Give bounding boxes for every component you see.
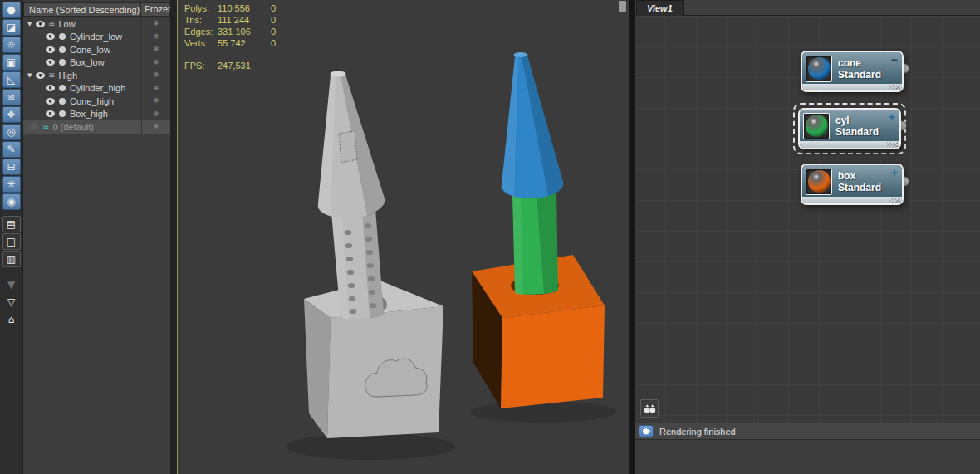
resize-grip-icon[interactable]: [887, 142, 898, 147]
filter-selection-icon[interactable]: ▽: [2, 294, 21, 310]
display-shapes-icon[interactable]: ◪: [2, 19, 21, 36]
visibility-eye-icon[interactable]: [36, 21, 45, 27]
viewport-3d[interactable]: Polys: 110 556 0 Tris: 111 244 0 Edges: …: [177, 0, 629, 474]
node-expand-icon[interactable]: +: [889, 111, 895, 123]
node-name: box: [838, 170, 899, 182]
pick-basket-icon[interactable]: ⌂: [2, 311, 21, 328]
name-column-header[interactable]: Name (Sorted Descending) ▼: [24, 5, 140, 15]
material-preview-sphere[interactable]: [806, 169, 832, 195]
expand-arrow-icon[interactable]: ▼: [27, 21, 36, 27]
visibility-eye-icon[interactable]: [46, 33, 55, 40]
material-node-view[interactable]: cone Standard −: [635, 16, 980, 423]
frozen-toggle-icon[interactable]: ❄: [141, 95, 170, 108]
hidden-dot-icon[interactable]: [30, 123, 37, 130]
display-cameras-icon[interactable]: ▣: [2, 54, 21, 71]
panel-divider[interactable]: [170, 0, 177, 474]
status-message: Rendering finished: [659, 427, 736, 437]
slate-material-editor: View1 cone Standard −: [635, 0, 980, 474]
row-label: Box_low: [70, 57, 105, 67]
cone-detail-outline: [339, 131, 357, 163]
viewport-canvas[interactable]: [178, 0, 629, 474]
visibility-eye-icon[interactable]: [46, 110, 55, 117]
display-containers-icon[interactable]: ⊟: [2, 159, 21, 175]
visibility-eye-icon[interactable]: [36, 72, 45, 79]
object-dot-icon: [59, 59, 66, 66]
model-high-poly[interactable]: [304, 71, 443, 439]
node-type: Standard: [838, 69, 899, 81]
frozen-toggle-icon[interactable]: ❄: [141, 56, 170, 70]
display-spacewarps-icon[interactable]: ≋: [2, 89, 21, 105]
visibility-eye-icon[interactable]: [46, 85, 55, 91]
ground-shadow: [470, 401, 616, 423]
find-binoculars-button[interactable]: [640, 399, 659, 418]
layer-row-low[interactable]: ▼ ≋ Low ❄: [23, 17, 170, 31]
node-footer: [802, 84, 902, 90]
frozen-column-header[interactable]: Frozen: [140, 3, 169, 16]
row-label: Cone_low: [70, 45, 110, 55]
visibility-eye-icon[interactable]: [46, 59, 55, 66]
display-lights-icon[interactable]: ☼: [2, 37, 21, 53]
model-low-poly[interactable]: [472, 52, 605, 408]
material-editor-statusbar: Rendering finished: [635, 423, 980, 440]
sort-list-icon[interactable]: ▤: [2, 216, 21, 232]
frozen-toggle-icon[interactable]: ❄: [141, 108, 170, 121]
object-row-cone-low[interactable]: Cone_low ❄: [23, 43, 170, 56]
object-row-box-low[interactable]: Box_low ❄: [23, 56, 170, 70]
detail-list-icon[interactable]: ▥: [2, 251, 21, 267]
display-helpers-icon[interactable]: ◺: [2, 71, 21, 88]
resize-grip-icon[interactable]: [889, 198, 900, 203]
visibility-eye-icon[interactable]: [46, 46, 55, 53]
display-groups-icon[interactable]: ❖: [2, 106, 21, 123]
object-dot-icon: [59, 33, 66, 40]
box-low-front[interactable]: [501, 305, 605, 408]
object-dot-icon: [59, 98, 66, 105]
object-row-cylinder-high[interactable]: Cylinder_high ❄: [23, 82, 170, 95]
row-label: Cylinder_low: [70, 32, 122, 42]
row-label: Cone_high: [70, 96, 114, 106]
frozen-toggle-icon[interactable]: ❄: [141, 120, 170, 134]
frozen-toggle-icon[interactable]: ❄: [141, 43, 170, 56]
material-preview-sphere[interactable]: [806, 56, 832, 82]
panel-divider[interactable]: [629, 0, 635, 474]
display-bones-icon[interactable]: ◎: [2, 124, 21, 140]
node-footer: [802, 197, 902, 203]
material-preview-sphere[interactable]: [803, 113, 830, 139]
frozen-toggle-icon[interactable]: ❄: [141, 31, 170, 44]
name-header-label: Name (Sorted Descending): [29, 5, 140, 15]
tab-view1[interactable]: View1: [636, 0, 684, 16]
row-label: Cylinder_high: [70, 83, 125, 93]
frozen-toggle-icon[interactable]: ❄: [141, 82, 170, 95]
display-pen-icon[interactable]: ✎: [2, 141, 21, 158]
expand-arrow-icon[interactable]: ▼: [27, 72, 36, 79]
filter-disabled-icon[interactable]: ▼: [2, 276, 21, 293]
scene-explorer-list: ▼ ≋ Low ❄ Cylinder_low ❄ Cone_low ❄: [23, 17, 170, 134]
node-collapse-icon[interactable]: −: [891, 54, 898, 66]
layer-row-default[interactable]: ≋ 0 (default) ❄: [23, 120, 170, 134]
object-row-box-high[interactable]: Box_high ❄: [23, 108, 170, 121]
layer-row-high[interactable]: ▼ ≋ High ❄: [23, 69, 170, 82]
frozen-toggle-icon[interactable]: ❄: [141, 69, 170, 82]
material-node-box[interactable]: box Standard +: [801, 164, 904, 205]
display-hidden-eye-icon[interactable]: ◉: [2, 193, 21, 210]
application-window: ● ◪ ☼ ▣ ◺ ≋ ❖ ◎ ✎ ⊟ ✳ ◉ ▤ □ ▥ ▼ ▽ ⌂ Name…: [0, 0, 980, 474]
material-node-cyl[interactable]: cyl Standard +: [798, 108, 901, 149]
statusbar-spacer: [635, 440, 980, 474]
binoculars-icon: [644, 403, 656, 414]
node-footer: [800, 141, 899, 148]
node-expand-icon[interactable]: +: [891, 167, 898, 178]
visibility-eye-icon[interactable]: [46, 98, 55, 105]
display-geometry-icon[interactable]: ●: [2, 2, 21, 18]
object-row-cone-high[interactable]: Cone_high ❄: [23, 95, 170, 108]
scene-explorer-panel: Name (Sorted Descending) ▼ Frozen ▼ ≋ Lo…: [23, 0, 170, 474]
default-layer-icon: ≋: [42, 123, 49, 131]
row-label: Box_high: [70, 109, 108, 119]
box-mode-icon[interactable]: □: [2, 233, 21, 250]
object-row-cylinder-low[interactable]: Cylinder_low ❄: [23, 31, 170, 44]
display-frozen-icon[interactable]: ✳: [2, 176, 21, 193]
viewport-splitter-handle[interactable]: [619, 1, 626, 12]
render-teapot-icon: [639, 425, 654, 437]
resize-grip-icon[interactable]: [889, 85, 900, 90]
material-node-cone[interactable]: cone Standard −: [801, 51, 904, 92]
frozen-toggle-icon[interactable]: ❄: [141, 17, 170, 31]
row-label: High: [58, 71, 77, 81]
